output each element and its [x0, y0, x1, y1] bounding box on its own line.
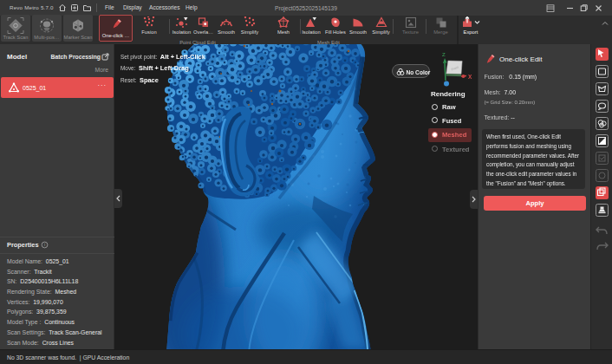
svg-text:X: X	[468, 74, 472, 80]
svg-text:Z: Z	[442, 52, 446, 57]
svg-text:i: i	[44, 242, 45, 247]
